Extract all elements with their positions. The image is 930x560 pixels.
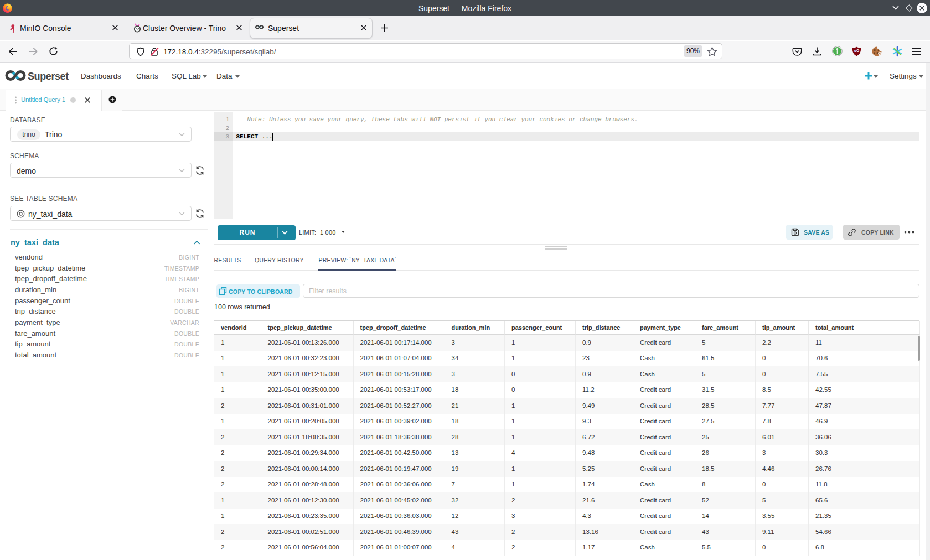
svg-text:uO: uO xyxy=(854,49,859,53)
